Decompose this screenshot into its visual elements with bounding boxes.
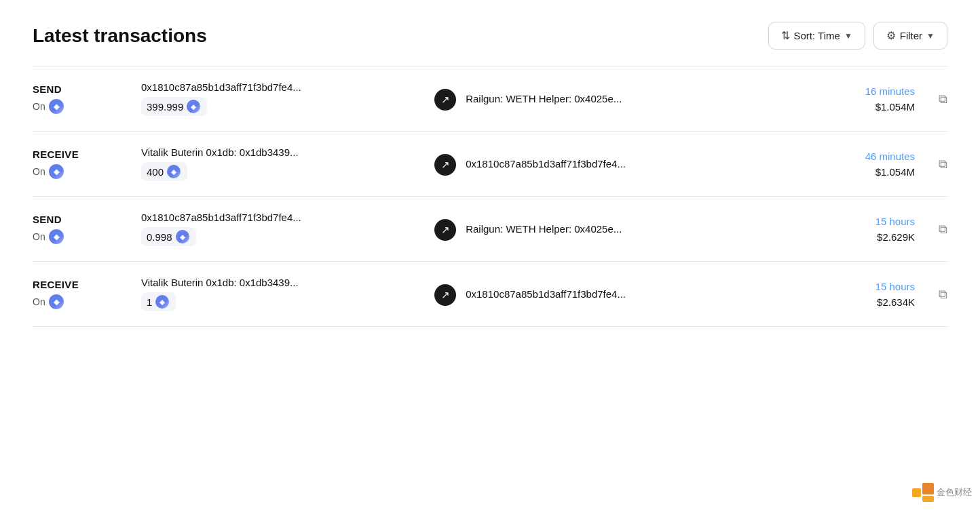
tx-amount-eth-icon: ◈ (167, 165, 181, 178)
header-actions: ⇅ Sort: Time ▼ ⚙ Filter ▼ (768, 22, 947, 50)
svg-rect-1 (922, 483, 934, 494)
tx-direction-icon: ↗ (434, 154, 456, 176)
tx-amount-badge: 400 ◈ (141, 162, 187, 181)
tx-type-col: RECEIVE On ◈ (33, 279, 141, 309)
svg-rect-0 (912, 488, 921, 497)
eth-network-icon: ◈ (49, 164, 64, 179)
eth-network-icon: ◈ (49, 294, 64, 309)
tx-type: RECEIVE (33, 279, 141, 290)
tx-from-address: Vitalik Buterin 0x1db: 0x1db3439... (141, 277, 425, 288)
tx-on-label: On (33, 231, 45, 242)
tx-value: $2.634K (806, 296, 915, 308)
eth-network-icon: ◈ (49, 229, 64, 244)
tx-from-address: 0x1810c87a85b1d3aff71f3bd7fe4... (141, 81, 425, 93)
tx-time: 15 hours (806, 216, 915, 227)
table-row: SEND On ◈ 0x1810c87a85b1d3aff71f3bd7fe4.… (33, 66, 947, 132)
page-title: Latest transactions (33, 25, 207, 47)
tx-external-link[interactable]: ⧉ (939, 92, 947, 106)
tx-amount-row: 399.999 ◈ (141, 97, 425, 116)
tx-from-col: 0x1810c87a85b1d3aff71f3bd7fe4... 399.999… (141, 81, 425, 116)
table-row: RECEIVE On ◈ Vitalik Buterin 0x1db: 0x1d… (33, 262, 947, 327)
tx-on-label: On (33, 101, 45, 112)
tx-from-col: 0x1810c87a85b1d3aff71f3bd7fe4... 0.998 ◈ (141, 212, 425, 246)
tx-time-col: 15 hours $2.629K (806, 216, 915, 243)
tx-time-col: 16 minutes $1.054M (806, 85, 915, 113)
tx-from-col: Vitalik Buterin 0x1db: 0x1db3439... 1 ◈ (141, 277, 425, 311)
tx-value: $1.054M (806, 166, 915, 178)
filter-label: Filter (900, 30, 922, 41)
tx-to-address: 0x1810c87a85b1d3aff71f3bd7fe4... (466, 158, 806, 170)
watermark: 金色财经 (912, 483, 972, 502)
tx-amount-row: 0.998 ◈ (141, 227, 425, 246)
tx-amount-value: 1 (147, 296, 152, 308)
tx-time: 46 minutes (806, 151, 915, 162)
tx-amount-value: 399.999 (147, 101, 183, 113)
tx-from-col: Vitalik Buterin 0x1db: 0x1db3439... 400 … (141, 146, 425, 181)
tx-external-link[interactable]: ⧉ (939, 222, 947, 237)
table-row: RECEIVE On ◈ Vitalik Buterin 0x1db: 0x1d… (33, 132, 947, 197)
tx-to-col: Railgun: WETH Helper: 0x4025e... (466, 93, 806, 104)
tx-to-address: Railgun: WETH Helper: 0x4025e... (466, 223, 806, 235)
tx-type: SEND (33, 83, 141, 95)
sort-button[interactable]: ⇅ Sort: Time ▼ (768, 22, 865, 50)
tx-type-col: SEND On ◈ (33, 214, 141, 244)
filter-chevron-icon: ▼ (926, 31, 935, 41)
tx-amount-row: 400 ◈ (141, 162, 425, 181)
tx-type-col: SEND On ◈ (33, 83, 141, 114)
tx-from-address: Vitalik Buterin 0x1db: 0x1db3439... (141, 146, 425, 158)
page-header: Latest transactions ⇅ Sort: Time ▼ ⚙ Fil… (33, 22, 947, 50)
tx-to-col: 0x1810c87a85b1d3aff71f3bd7fe4... (466, 158, 806, 170)
tx-amount-value: 0.998 (147, 231, 172, 243)
tx-time: 15 hours (806, 281, 915, 292)
tx-on-row: On ◈ (33, 229, 141, 244)
tx-arrow-col: ↗ (425, 283, 466, 306)
tx-time-col: 46 minutes $1.054M (806, 151, 915, 178)
tx-link-col[interactable]: ⧉ (915, 156, 947, 172)
filter-button[interactable]: ⚙ Filter ▼ (873, 22, 947, 50)
tx-external-link[interactable]: ⧉ (939, 157, 947, 172)
tx-amount-value: 400 (147, 166, 164, 178)
tx-on-label: On (33, 166, 45, 177)
tx-value: $1.054M (806, 101, 915, 113)
tx-direction-icon: ↗ (434, 284, 456, 306)
tx-link-col[interactable]: ⧉ (915, 221, 947, 237)
tx-amount-badge: 399.999 ◈ (141, 97, 207, 116)
tx-amount-eth-icon: ◈ (187, 100, 200, 113)
svg-rect-2 (922, 496, 934, 502)
sort-label: Sort: Time (794, 30, 840, 41)
main-container: Latest transactions ⇅ Sort: Time ▼ ⚙ Fil… (0, 0, 980, 349)
tx-amount-eth-icon: ◈ (155, 295, 169, 309)
tx-on-row: On ◈ (33, 294, 141, 309)
tx-type: SEND (33, 214, 141, 225)
transaction-list: SEND On ◈ 0x1810c87a85b1d3aff71f3bd7fe4.… (33, 66, 947, 327)
tx-amount-eth-icon: ◈ (176, 230, 189, 243)
tx-type-col: RECEIVE On ◈ (33, 149, 141, 179)
tx-amount-badge: 0.998 ◈ (141, 227, 196, 246)
tx-direction-icon: ↗ (434, 89, 456, 111)
watermark-logo-icon (912, 483, 934, 502)
tx-type: RECEIVE (33, 149, 141, 160)
tx-time: 16 minutes (806, 85, 915, 97)
tx-link-col[interactable]: ⧉ (915, 286, 947, 302)
tx-arrow-col: ↗ (425, 87, 466, 111)
tx-to-address: 0x1810c87a85b1d3aff71f3bd7fe4... (466, 288, 806, 300)
tx-amount-row: 1 ◈ (141, 292, 425, 311)
tx-on-label: On (33, 296, 45, 307)
tx-time-col: 15 hours $2.634K (806, 281, 915, 308)
filter-icon: ⚙ (886, 29, 896, 42)
tx-to-col: 0x1810c87a85b1d3aff71f3bd7fe4... (466, 288, 806, 300)
sort-icon: ⇅ (781, 29, 790, 42)
tx-external-link[interactable]: ⧉ (939, 288, 947, 302)
tx-from-address: 0x1810c87a85b1d3aff71f3bd7fe4... (141, 212, 425, 223)
table-row: SEND On ◈ 0x1810c87a85b1d3aff71f3bd7fe4.… (33, 197, 947, 262)
watermark-text: 金色财经 (937, 486, 972, 498)
tx-link-col[interactable]: ⧉ (915, 91, 947, 106)
tx-direction-icon: ↗ (434, 219, 456, 241)
sort-chevron-icon: ▼ (844, 31, 852, 41)
tx-value: $2.629K (806, 231, 915, 243)
tx-amount-badge: 1 ◈ (141, 292, 176, 311)
tx-arrow-col: ↗ (425, 153, 466, 176)
tx-to-col: Railgun: WETH Helper: 0x4025e... (466, 223, 806, 235)
eth-network-icon: ◈ (49, 99, 64, 114)
tx-on-row: On ◈ (33, 99, 141, 114)
